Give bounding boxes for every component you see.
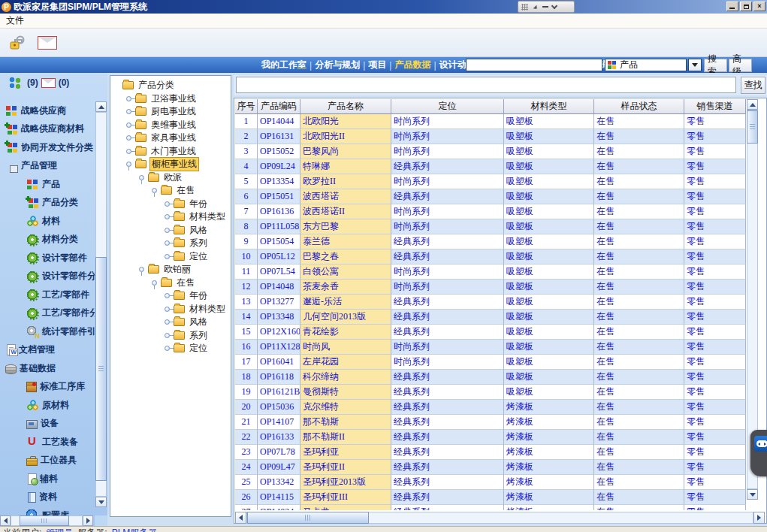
sidebar-item-14[interactable]: 基础数据 [0, 359, 95, 378]
tree-node-12[interactable]: 系列 [110, 237, 231, 250]
sidebar-item-18[interactable]: 工艺装备 [0, 433, 95, 452]
sidebar-item-5[interactable]: 产品分类 [0, 194, 95, 213]
tree-expand-handle[interactable] [126, 135, 131, 141]
tree-expand-handle[interactable] [165, 240, 170, 246]
search-category-combo[interactable]: 产品 [605, 59, 687, 71]
tree-expand-handle[interactable] [165, 201, 170, 207]
mail-button[interactable] [36, 32, 59, 53]
table-row[interactable]: 11OP07L54白领公寓时尚系列吸塑板在售零售 [235, 264, 746, 280]
tree-expand-handle[interactable] [165, 307, 170, 312]
table-scroll-left-button[interactable] [235, 512, 246, 524]
sidebar-item-15[interactable]: 标准工序库 [0, 378, 95, 397]
table-row[interactable]: 5OP13354欧罗拉II时尚系列吸塑板在售零售 [235, 174, 746, 189]
sidebar-item-12[interactable]: 统计零部件引 [0, 322, 95, 341]
table-row[interactable]: 13OP13277邂逅-乐活经典系列吸塑板在售零售 [235, 295, 746, 310]
table-scroll-right-button[interactable] [753, 512, 765, 524]
tree-expand-handle[interactable] [165, 228, 170, 233]
find-button[interactable]: 查找 [741, 77, 765, 94]
sidebar-item-16[interactable]: 原材料 [0, 396, 95, 415]
table-row[interactable]: 19OP16121B曼彻斯特经典系列吸塑板在售零售 [235, 385, 746, 400]
tree-node-6[interactable]: 橱柜事业线 [110, 158, 231, 171]
table-hscroll-thumb[interactable] [247, 512, 369, 524]
nav-item-3[interactable]: 产品数据 [392, 59, 433, 71]
tree-expand-handle[interactable] [126, 149, 131, 154]
column-header-6[interactable]: 销售渠道 [684, 99, 746, 114]
sidebar-scroll-down-button[interactable] [95, 497, 107, 507]
tree-expand-handle[interactable] [165, 333, 170, 338]
minimize-overlay-icon[interactable] [542, 6, 548, 8]
table-row[interactable]: 10OP05L12巴黎之春经典系列吸塑板在售零售 [235, 249, 746, 264]
tree-node-14[interactable]: 欧铂丽 [110, 263, 231, 277]
tree-collapse-handle[interactable] [139, 175, 144, 180]
tree-node-8[interactable]: 在售 [110, 184, 231, 198]
tree-expand-handle[interactable] [126, 122, 131, 128]
menu-file[interactable]: 文件 [6, 14, 24, 27]
table-row[interactable]: 1OP14044北欧阳光时尚系列吸塑板在售零售 [235, 114, 746, 129]
tree-node-11[interactable]: 风格 [110, 224, 231, 237]
sidebar-item-13[interactable]: 文档管理 [0, 341, 95, 360]
table-row[interactable]: 4OP09L24特琳娜经典系列吸塑板在售零售 [235, 159, 746, 174]
tree-node-9[interactable]: 年份 [110, 198, 231, 211]
tree-expand-handle[interactable] [165, 319, 170, 325]
column-header-1[interactable]: 产品编码 [258, 99, 300, 114]
tree-node-19[interactable]: 系列 [110, 329, 231, 343]
tree-expand-handle[interactable] [165, 293, 170, 298]
sidebar-item-3[interactable]: 产品管理 [0, 157, 95, 176]
collapse-icon[interactable] [532, 4, 539, 11]
sidebar-item-21[interactable]: 资料 [0, 488, 95, 507]
close-button[interactable]: × [753, 2, 765, 11]
table-scroll-up-button[interactable] [747, 99, 758, 110]
sidebar-hscroll-thumb[interactable] [20, 515, 69, 526]
table-row[interactable]: 23OP07L78圣玛利亚经典系列烤漆板在售零售 [235, 445, 746, 460]
table-row[interactable]: 8OP11L058东方巴黎时尚系列吸塑板在售零售 [235, 219, 746, 234]
column-header-0[interactable]: 序号 [235, 99, 258, 114]
drag-handle-icon[interactable] [521, 4, 528, 11]
sidebar-item-0[interactable]: 战略供应商 [0, 101, 95, 120]
table-row[interactable]: 2OP16131北欧阳光II时尚系列吸塑板在售零售 [235, 129, 746, 144]
remote-support-flap[interactable] [750, 430, 767, 476]
sidebar-item-7[interactable]: 材料分类 [0, 231, 95, 249]
tree-expand-handle[interactable] [126, 109, 131, 114]
sidebar-item-6[interactable]: 材料 [0, 212, 95, 231]
tree-expand-handle[interactable] [165, 346, 170, 351]
table-row[interactable]: 9OP15054泰兰德经典系列吸塑板在售零售 [235, 234, 746, 249]
tree-expand-handle[interactable] [126, 96, 131, 101]
tree-node-4[interactable]: 家具事业线 [110, 131, 231, 145]
sidebar-item-8[interactable]: 设计零部件 [0, 249, 95, 268]
sidebar-item-17[interactable]: 设备 [0, 415, 95, 434]
tree-node-0[interactable]: 产品分类 [110, 79, 231, 92]
search-button[interactable]: 搜索 [704, 59, 727, 72]
sidebar-item-9[interactable]: 设计零部件分 [0, 268, 95, 286]
nav-item-2[interactable]: 项目 [366, 59, 388, 71]
sidebar-mail-icon[interactable] [41, 78, 56, 88]
sidebar-scroll-left-button[interactable] [0, 515, 11, 526]
sign-in-button[interactable] [6, 32, 29, 53]
table-scroll-down-button[interactable] [747, 489, 758, 500]
tree-node-1[interactable]: 卫浴事业线 [110, 92, 231, 106]
table-row[interactable]: 22OP16133那不勒斯II经典系列烤漆板在售零售 [235, 430, 746, 445]
find-input[interactable] [236, 77, 736, 93]
table-row[interactable]: 26OP14115圣玛利亚III经典系列烤漆板在售零售 [235, 490, 746, 505]
tree-node-15[interactable]: 在售 [110, 277, 231, 290]
sidebar-scroll-right-button[interactable] [83, 515, 93, 526]
table-row[interactable]: 14OP13348几何空间2013版经典系列吸塑板在售零售 [235, 310, 746, 325]
tree-node-3[interactable]: 奥维事业线 [110, 119, 231, 132]
tree-collapse-handle[interactable] [152, 280, 157, 286]
sidebar-item-2[interactable]: 协同开发文件分类 [0, 138, 95, 157]
advanced-button[interactable]: 高级 [729, 59, 752, 72]
tree-collapse-handle[interactable] [139, 267, 144, 272]
sidebar-item-11[interactable]: 工艺/零部件分 [0, 304, 95, 323]
tree-node-10[interactable]: 材料类型 [110, 210, 231, 224]
table-row[interactable]: 20OP15036克尔维特经典系列烤漆板在售零售 [235, 400, 746, 415]
table-row[interactable]: 7OP16136波西塔诺II时尚系列吸塑板在售零售 [235, 204, 746, 219]
tree-node-16[interactable]: 年份 [110, 289, 231, 303]
tree-node-18[interactable]: 风格 [110, 316, 231, 329]
tree-node-20[interactable]: 定位 [110, 342, 231, 355]
column-header-4[interactable]: 材料类型 [504, 99, 594, 114]
global-search-input[interactable] [466, 59, 602, 71]
table-row[interactable]: 15OP12X160青花绘影经典系列吸塑板在售零售 [235, 325, 746, 340]
sidebar-item-19[interactable]: 工位器具 [0, 452, 95, 470]
capture-overlay-toolbar[interactable] [518, 1, 575, 13]
tree-node-5[interactable]: 木门事业线 [110, 145, 231, 159]
chevron-down-icon[interactable] [551, 2, 557, 8]
